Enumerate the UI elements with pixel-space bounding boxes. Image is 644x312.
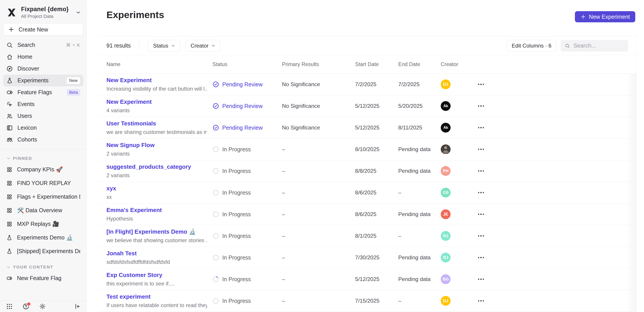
row-actions-menu[interactable] xyxy=(476,276,486,282)
column-header[interactable]: Name xyxy=(106,61,212,67)
pinned-item-company-kpis[interactable]: Company KPIs 🚀 xyxy=(3,163,84,176)
experiment-row: Test experiment If users have relatable … xyxy=(98,290,636,312)
pinned-item-shipped-experiments-demo[interactable]: [Shipped] Experiments Demo 🖊️ xyxy=(3,244,84,258)
status-cell: In Progress xyxy=(212,189,282,196)
creator-avatar[interactable]: Ak xyxy=(441,123,450,133)
creator-filter[interactable]: Creator xyxy=(185,40,221,52)
pinned-item-label: 🛠️ Data Overview xyxy=(17,207,62,214)
project-switcher[interactable]: Fixpanel {demo} All Project Data xyxy=(0,0,86,19)
edit-columns-button[interactable]: Edit Columns · 6 xyxy=(507,40,556,52)
row-actions-menu[interactable] xyxy=(476,255,486,260)
experiment-row: Jonah Test sdfdsfdsfsdfdffdfdsfsdfdsfd I… xyxy=(98,247,636,269)
column-header[interactable]: Primary Results xyxy=(282,61,355,67)
progress-circle-icon xyxy=(212,189,219,196)
experiment-name-link[interactable]: [In Flight] Experiments Demo 🔬 xyxy=(106,228,207,235)
row-actions-menu[interactable] xyxy=(476,233,486,239)
sidebar-item-feature-flags[interactable]: Feature Flags Beta xyxy=(3,86,84,98)
compass-icon xyxy=(6,65,13,72)
creator-avatar[interactable]: DJ xyxy=(441,79,450,89)
sidebar-item-lexicon[interactable]: Lexicon xyxy=(3,122,84,134)
creator-avatar[interactable]: BG xyxy=(441,274,450,284)
sidebar-item-discover[interactable]: Discover xyxy=(3,63,84,75)
status-label: Pending Review xyxy=(222,81,263,88)
status-label: Pending Review xyxy=(222,103,263,109)
new-experiment-label: New Experiment xyxy=(589,14,630,20)
creator-avatar[interactable]: DJ xyxy=(441,296,450,306)
experiment-name-link[interactable]: suggested_products_category xyxy=(106,163,207,170)
avatar-initials: DJ xyxy=(443,82,448,87)
row-actions-menu[interactable] xyxy=(476,211,486,217)
sidebar-item-cohorts[interactable]: Cohorts xyxy=(3,134,84,146)
experiment-row: Emma's Experiment Hypothesis In Progress… xyxy=(98,203,636,225)
experiment-subtitle: we are sharing customer testimonials as … xyxy=(106,129,207,135)
apps-grid-button[interactable] xyxy=(6,303,13,310)
creator-avatar[interactable]: OS xyxy=(441,188,450,197)
row-actions-menu[interactable] xyxy=(476,298,486,304)
creator-avatar[interactable]: JE xyxy=(441,209,450,219)
create-new-button[interactable]: Create New xyxy=(3,23,84,35)
board-icon xyxy=(6,194,12,200)
pinned-item-data-overview[interactable]: 🛠️ Data Overview xyxy=(3,203,84,217)
experiment-name-link[interactable]: New Experiment xyxy=(106,98,207,105)
creator-avatar[interactable]: RJ xyxy=(441,253,450,263)
status-cell: Pending Review xyxy=(212,124,282,131)
your-content-section-header[interactable]: YOUR CONTENT xyxy=(3,265,84,270)
row-actions-menu[interactable] xyxy=(476,147,486,152)
filter-label: Status xyxy=(153,43,168,49)
status-label: In Progress xyxy=(222,146,251,153)
creator-avatar[interactable] xyxy=(441,145,450,154)
board-icon xyxy=(6,180,12,186)
status-cell: In Progress xyxy=(212,167,282,174)
app-root: Fixpanel {demo} All Project Data Create … xyxy=(0,0,644,312)
experiment-name-link[interactable]: Test experiment xyxy=(106,293,207,300)
primary-results-value: – xyxy=(282,233,355,239)
help-button[interactable] xyxy=(22,303,30,310)
experiment-name-link[interactable]: New Signup Flow xyxy=(106,142,207,149)
pinned-item-flags-experimentation-demo[interactable]: Flags + Experimentation Demo , xyxy=(3,190,84,203)
row-actions-menu[interactable] xyxy=(476,168,486,174)
sidebar-item-events[interactable]: Events xyxy=(3,98,84,110)
experiment-name-link[interactable]: User Testimonials xyxy=(106,120,207,127)
primary-results-value: – xyxy=(282,211,355,217)
experiment-subtitle: xx xyxy=(106,194,207,200)
your-content-new-feature-flag[interactable]: New Feature Flag xyxy=(3,271,84,285)
creator-avatar[interactable]: PH xyxy=(441,166,450,176)
experiment-name-link[interactable]: xyx xyxy=(106,185,207,192)
pinned-item-find-your-replay[interactable]: FIND YOUR REPLAY xyxy=(3,176,84,190)
avatar-initials: BG xyxy=(443,277,449,282)
toolbar-divider xyxy=(139,41,139,50)
board-icon xyxy=(6,207,12,214)
creator-avatar[interactable]: Ak xyxy=(441,101,450,111)
primary-results-value: – xyxy=(282,146,355,153)
pinned-section-header[interactable]: PINNED xyxy=(3,156,84,161)
experiment-name-link[interactable]: Emma's Experiment xyxy=(106,207,207,214)
column-header[interactable]: Start Date xyxy=(355,61,398,67)
status-cell: Pending Review xyxy=(212,81,282,88)
collapse-sidebar-button[interactable] xyxy=(74,303,81,310)
experiment-row: New Experiment 4 variants Pending Review… xyxy=(98,95,636,117)
experiment-name-link[interactable]: Exp Customer Story xyxy=(106,272,207,279)
row-actions-menu[interactable] xyxy=(476,190,486,195)
status-filter[interactable]: Status xyxy=(148,40,180,52)
row-actions-menu[interactable] xyxy=(476,81,486,87)
new-experiment-button[interactable]: New Experiment xyxy=(575,11,635,22)
column-header[interactable]: End Date xyxy=(398,61,441,67)
sidebar-item-experiments[interactable]: Experiments New xyxy=(3,75,84,86)
sidebar-item-label: Lexicon xyxy=(18,125,37,131)
sidebar-item-search[interactable]: Search ⌘ + K xyxy=(3,39,84,51)
creator-avatar[interactable]: RJ xyxy=(441,231,450,241)
column-header[interactable]: Creator xyxy=(441,61,470,67)
experiment-name-link[interactable]: New Experiment xyxy=(106,77,207,84)
home-icon xyxy=(6,54,13,60)
pinned-item-mxp-replays[interactable]: MXP Replays 🎥 xyxy=(3,217,84,231)
experiment-name-link[interactable]: Jonah Test xyxy=(106,250,207,257)
row-actions-menu[interactable] xyxy=(476,103,486,109)
column-header[interactable]: Status xyxy=(212,61,282,67)
pinned-item-experiments-demo[interactable]: Experiments Demo 🔬 xyxy=(3,231,84,244)
sidebar-item-users[interactable]: Users xyxy=(3,110,84,122)
settings-button[interactable] xyxy=(39,303,46,310)
progress-spinner-icon xyxy=(212,276,219,283)
sidebar-item-home[interactable]: Home xyxy=(3,51,84,63)
row-actions-menu[interactable] xyxy=(476,125,486,131)
search-input[interactable] xyxy=(573,42,624,49)
